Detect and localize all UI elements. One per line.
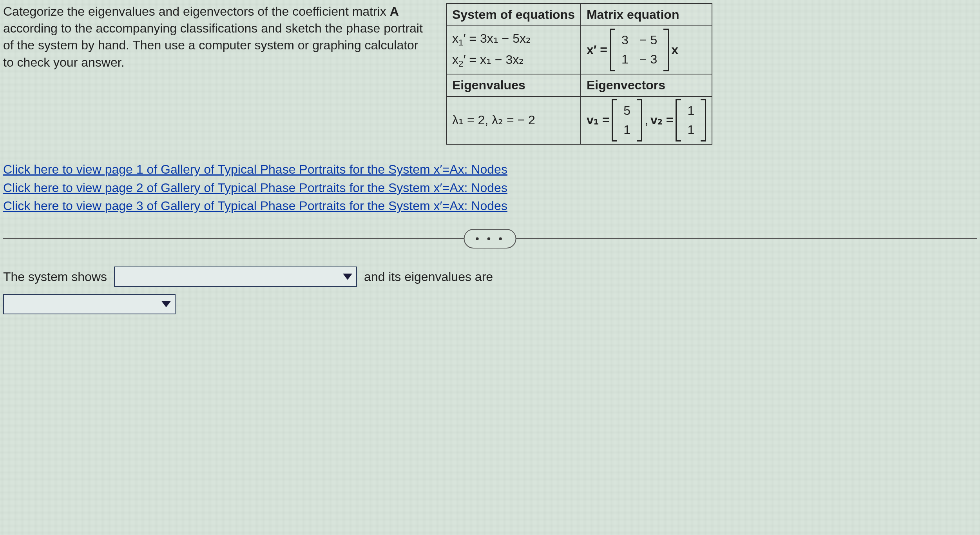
gallery-links: Click here to view page 1 of Gallery of … <box>3 160 977 215</box>
ellipsis-icon[interactable]: • • • <box>464 229 516 248</box>
bracket-right-icon <box>663 29 669 71</box>
prompt-text-2: according to the accompanying classifica… <box>3 21 423 69</box>
system-cell: x1′ = 3x₁ − 5x₂ x2′ = x₁ − 3x₂ <box>446 26 581 74</box>
prompt-text-1: Categorize the eigenvalues and eigenvect… <box>3 4 390 18</box>
answer-prefix: The system shows <box>3 268 107 285</box>
equations-table: System of equations Matrix equation x1′ … <box>446 3 712 145</box>
answer-row-2 <box>3 294 977 314</box>
matrix-rhs: x <box>671 42 678 58</box>
matrix-lhs: x′ = <box>587 42 607 58</box>
bracket-right-icon <box>701 99 706 141</box>
section-divider: • • • <box>3 238 977 239</box>
prompt-bold-A: A <box>390 4 399 18</box>
bracket-left-icon <box>610 29 615 71</box>
system-type-dropdown[interactable] <box>114 267 357 287</box>
header-eigvecs: Eigenvectors <box>581 74 712 96</box>
header-eigvals: Eigenvalues <box>446 74 581 96</box>
chevron-down-icon <box>161 301 171 307</box>
eigenvectors-cell: v₁ = 5 1 , v₂ = 1 1 <box>581 96 712 144</box>
bracket-left-icon <box>612 99 617 141</box>
gallery-link-3[interactable]: Click here to view page 3 of Gallery of … <box>3 197 977 215</box>
gallery-link-1[interactable]: Click here to view page 1 of Gallery of … <box>3 160 977 178</box>
answer-mid: and its eigenvalues are <box>364 268 493 285</box>
answer-row-1: The system shows and its eigenvalues are <box>3 267 977 287</box>
header-matrix: Matrix equation <box>581 4 712 26</box>
eigenvalue-type-dropdown[interactable] <box>3 294 176 314</box>
bracket-right-icon <box>637 99 642 141</box>
question-prompt: Categorize the eigenvalues and eigenvect… <box>3 3 430 71</box>
eigenvalues-cell: λ₁ = 2, λ₂ = − 2 <box>446 96 581 144</box>
chevron-down-icon <box>343 274 352 280</box>
header-system: System of equations <box>446 4 581 26</box>
gallery-link-2[interactable]: Click here to view page 2 of Gallery of … <box>3 179 977 197</box>
matrix-eq-cell: x′ = 3 − 5 1 − 3 x <box>581 26 712 74</box>
bracket-left-icon <box>676 99 681 141</box>
